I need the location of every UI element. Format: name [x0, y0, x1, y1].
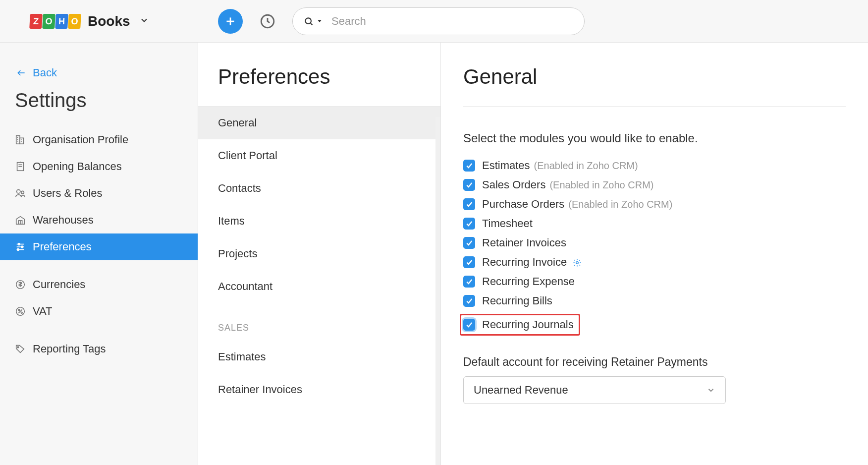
checkbox-estimates[interactable] [463, 160, 475, 172]
sidebar-item-label: VAT [33, 305, 53, 318]
module-timesheet: Timesheet [463, 217, 846, 230]
svg-point-31 [18, 309, 20, 311]
general-panel: General Select the modules you would lik… [441, 43, 868, 465]
svg-point-33 [17, 347, 19, 348]
building-icon [15, 134, 33, 145]
gear-icon[interactable] [573, 257, 583, 267]
zoho-logo-icon: Z O H O [30, 14, 81, 29]
sidebar-item-organisation-profile[interactable]: Organisation Profile [0, 126, 198, 153]
svg-point-27 [17, 249, 19, 251]
back-link[interactable]: Back [0, 66, 198, 89]
pref-item-accountant[interactable]: Accountant [198, 270, 440, 303]
module-label: Retainer Invoices [482, 236, 566, 249]
svg-point-3 [305, 18, 311, 24]
module-label: Recurring Journals [482, 318, 574, 331]
pref-item-items[interactable]: Items [198, 205, 440, 237]
svg-line-4 [311, 23, 313, 25]
module-note: (Enabled in Zoho CRM) [534, 160, 638, 172]
module-note: (Enabled in Zoho CRM) [549, 179, 653, 191]
settings-title: Settings [0, 89, 198, 126]
pref-item-retainer-invoices[interactable]: Retainer Invoices [198, 373, 440, 406]
settings-sidebar: Back Settings Organisation Profile Openi… [0, 43, 198, 465]
sidebar-item-opening-balances[interactable]: Opening Balances [0, 153, 198, 180]
preferences-title: Preferences [198, 43, 440, 107]
brand-logo[interactable]: Z O H O Books [0, 13, 198, 29]
pref-item-estimates[interactable]: Estimates [198, 341, 440, 373]
sidebar-item-label: Reporting Tags [33, 343, 106, 355]
general-subtitle: Select the modules you would like to ena… [463, 131, 846, 145]
checkbox-purchase-orders[interactable] [463, 198, 475, 210]
pref-item-contacts[interactable]: Contacts [198, 172, 440, 205]
sidebar-item-label: Currencies [33, 278, 85, 291]
module-note: (Enabled in Zoho CRM) [568, 199, 672, 210]
checkbox-sales-orders[interactable] [463, 179, 475, 191]
search-input[interactable] [331, 15, 573, 28]
module-recurring-journals: Recurring Journals [460, 314, 580, 336]
module-recurring-invoice: Recurring Invoice [463, 256, 846, 269]
chevron-down-icon [706, 386, 715, 395]
sidebar-item-users-roles[interactable]: Users & Roles [0, 180, 198, 207]
module-estimates: Estimates (Enabled in Zoho CRM) [463, 159, 846, 172]
module-purchase-orders: Purchase Orders (Enabled in Zoho CRM) [463, 198, 846, 211]
svg-rect-8 [20, 138, 23, 144]
search-field[interactable] [292, 7, 585, 35]
module-label: Recurring Invoice [482, 256, 567, 269]
scrollbar[interactable] [435, 117, 440, 465]
checkbox-recurring-expense[interactable] [463, 276, 475, 288]
module-label: Recurring Expense [482, 275, 575, 288]
svg-point-23 [18, 243, 20, 245]
svg-point-34 [576, 262, 579, 264]
sidebar-item-label: Users & Roles [33, 187, 103, 200]
module-label: Timesheet [482, 217, 533, 230]
sidebar-item-vat[interactable]: VAT [0, 298, 198, 325]
module-recurring-expense: Recurring Expense [463, 275, 846, 288]
sidebar-item-label: Opening Balances [33, 160, 122, 173]
checkbox-retainer-invoices[interactable] [463, 237, 475, 249]
svg-point-18 [17, 190, 20, 193]
percent-icon [15, 306, 33, 317]
caret-down-icon[interactable] [317, 17, 323, 26]
users-icon [15, 188, 33, 199]
module-recurring-bills: Recurring Bills [463, 294, 846, 307]
preferences-list: Preferences General Client Portal Contac… [198, 43, 441, 465]
pref-item-general[interactable]: General [198, 107, 440, 139]
brand-name: Books [88, 13, 130, 29]
pref-section-sales: SALES [198, 303, 440, 341]
back-label: Back [33, 66, 57, 79]
chevron-down-icon[interactable] [139, 15, 149, 27]
quick-create-button[interactable] [218, 9, 243, 34]
checkbox-recurring-invoice[interactable] [463, 256, 475, 268]
select-value: Unearned Revenue [474, 384, 568, 397]
tag-icon [15, 344, 33, 354]
sliders-icon [15, 241, 33, 252]
svg-rect-7 [16, 136, 20, 144]
sidebar-item-label: Warehouses [33, 214, 94, 227]
module-sales-orders: Sales Orders (Enabled in Zoho CRM) [463, 178, 846, 191]
module-label: Sales Orders [482, 178, 545, 191]
sidebar-item-label: Preferences [33, 240, 92, 253]
pref-item-client-portal[interactable]: Client Portal [198, 139, 440, 172]
sidebar-item-preferences[interactable]: Preferences [0, 233, 198, 260]
retainer-account-select[interactable]: Unearned Revenue [463, 376, 726, 404]
svg-line-30 [18, 309, 22, 313]
checkbox-recurring-bills[interactable] [463, 295, 475, 307]
checkbox-timesheet[interactable] [463, 218, 475, 230]
module-label: Estimates [482, 159, 530, 172]
module-retainer-invoices: Retainer Invoices [463, 236, 846, 249]
svg-point-32 [21, 312, 22, 313]
sidebar-item-reporting-tags[interactable]: Reporting Tags [0, 336, 198, 362]
sidebar-item-warehouses[interactable]: Warehouses [0, 207, 198, 233]
sidebar-item-label: Organisation Profile [33, 133, 128, 146]
module-label: Purchase Orders [482, 198, 564, 211]
recent-activity-button[interactable] [257, 10, 278, 32]
search-icon [304, 16, 314, 26]
checkbox-recurring-journals[interactable] [463, 319, 475, 331]
sidebar-item-currencies[interactable]: Currencies [0, 271, 198, 298]
retainer-field-label: Default account for receiving Retainer P… [463, 355, 846, 369]
receipt-icon [15, 161, 33, 172]
module-label: Recurring Bills [482, 294, 552, 307]
svg-point-19 [21, 191, 24, 194]
svg-marker-5 [318, 20, 322, 22]
warehouse-icon [15, 215, 33, 226]
pref-item-projects[interactable]: Projects [198, 237, 440, 270]
